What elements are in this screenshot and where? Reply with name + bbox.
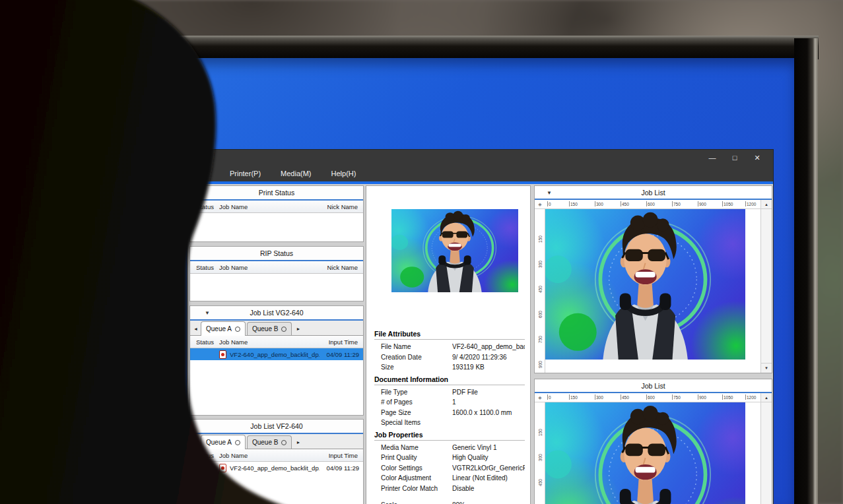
document-information-title: Document Information: [374, 375, 525, 385]
ruler-tick: 300: [596, 395, 603, 400]
detail-value: VF2-640_app_demo_backli...: [452, 343, 525, 350]
scroll-up-icon[interactable]: ▲: [760, 393, 772, 402]
detail-value: 1600.0 x 1100.0 mm: [452, 409, 525, 416]
monitor-screen: — □ ✕ Printer(P) Media(M) Help(H) Print …: [0, 58, 795, 504]
tab-prev-icon[interactable]: ◄: [191, 322, 201, 335]
right-panel: ▼ Job List ◈ 0 150 300 450 600 750: [534, 185, 772, 504]
ruler-tick: 150: [538, 428, 543, 437]
job-list-vg2-section: ▼ Job List VG2-640 ◄ Queue A Queue B: [189, 305, 364, 416]
scroll-down-icon[interactable]: ▼: [761, 363, 772, 373]
job-list-preview-1: ▼ Job List ◈ 0 150 300 450 600 750: [534, 185, 772, 373]
tab-next-icon[interactable]: ►: [293, 322, 303, 335]
detail-label: Creation Date: [374, 354, 452, 361]
close-button[interactable]: ✕: [751, 151, 764, 164]
detail-label: File Type: [374, 389, 452, 396]
tab-queue-b-label: Queue B: [252, 439, 278, 446]
detail-label: Color Settings: [374, 464, 452, 472]
queue-status-icon[interactable]: [235, 327, 240, 332]
monitor-bezel-top: [0, 36, 819, 59]
rip-status-list[interactable]: [190, 274, 363, 301]
ruler-tick: 450: [538, 478, 543, 488]
detail-value: Linear (Not Edited): [452, 474, 525, 482]
tab-queue-a[interactable]: Queue A: [201, 321, 246, 336]
rip-status-columns: Status Job Name Nick Name: [190, 261, 363, 274]
job-list-vg2-list[interactable]: VF2-640_app_demo_backlit_dp... 04/09 11:…: [190, 348, 363, 415]
window-content: Print Status Status Job Name Nick Name R…: [187, 184, 773, 504]
pdf-icon: [219, 350, 226, 359]
print-status-columns: Status Job Name Nick Name: [190, 201, 363, 213]
detail-label: Printer Color Match: [374, 485, 452, 492]
column-status: Status: [190, 452, 219, 459]
detail-value: Generic Vinyl 1: [452, 444, 525, 451]
collapse-icon[interactable]: ▼: [205, 310, 210, 316]
tab-prev-icon[interactable]: ◄: [191, 435, 201, 449]
vertical-scrollbar[interactable]: ▼: [760, 402, 772, 504]
rip-software-window: — □ ✕ Printer(P) Media(M) Help(H) Print …: [187, 149, 774, 504]
preview-2-body: 150 300 450 600 750 900 ▼: [535, 402, 772, 504]
job-list-vf2-columns: Status Job Name Input Time: [190, 449, 363, 462]
ruler-tick: 900: [538, 360, 543, 369]
print-preview-canvas[interactable]: [545, 402, 760, 504]
detail-label: Media Name: [374, 444, 452, 451]
job-input-time: 04/09 11:29: [320, 351, 363, 358]
job-list-vg2-title: Job List VG2-640: [250, 309, 303, 317]
ruler-tick: 300: [538, 453, 543, 462]
tab-queue-a-label: Queue A: [206, 439, 232, 446]
ruler-row: ◈ 0 150 300 450 600 750 900 1050 1200: [535, 200, 772, 209]
queue-status-icon[interactable]: [281, 440, 287, 445]
tab-queue-a-label: Queue A: [206, 325, 232, 332]
horizontal-ruler: 0 150 300 450 600 750 900 1050 1200: [545, 393, 760, 402]
column-status: Status: [190, 338, 219, 346]
job-details-panel: File Attributes File NameVF2-640_app_dem…: [366, 185, 531, 504]
tab-queue-b-label: Queue B: [252, 325, 278, 332]
spacer: [374, 493, 525, 500]
ruler-tick: 0: [549, 202, 551, 206]
menu-printer[interactable]: Printer(P): [230, 170, 261, 177]
column-nick-name: Nick Name: [316, 264, 363, 271]
job-list-vf2-title: Job List VF2-640: [250, 422, 302, 430]
detail-value: 1: [452, 398, 525, 406]
ruler-tick: 150: [570, 395, 578, 400]
column-job-name: Job Name: [219, 452, 316, 459]
ruler-origin-icon: ◈: [535, 200, 545, 208]
job-row[interactable]: VF2-640_app_demo_backlit_dp... 04/09 11:…: [190, 462, 363, 474]
queue-tabs: ◄ Queue A Queue B ►: [190, 321, 363, 336]
job-list-vf2-header: Job List VF2-640: [190, 420, 363, 434]
detail-value: Disable: [452, 485, 525, 492]
print-status-title: Print Status: [259, 189, 294, 197]
ruler-tick: 750: [673, 395, 681, 400]
ruler-tick: 450: [622, 395, 629, 400]
job-list-vf2-list[interactable]: VF2-640_app_demo_backlit_dp... 04/09 11:…: [190, 462, 363, 504]
maximize-button[interactable]: □: [728, 151, 741, 164]
detail-label: File Name: [374, 343, 452, 350]
ruler-tick: 900: [699, 202, 706, 206]
queue-status-icon[interactable]: [235, 440, 240, 445]
column-job-name: Job Name: [219, 264, 316, 271]
left-panel: Print Status Status Job Name Nick Name R…: [189, 185, 364, 504]
tab-queue-b[interactable]: Queue B: [247, 435, 292, 449]
job-name: VF2-640_app_demo_backlit_dp...: [230, 464, 320, 472]
tab-queue-a[interactable]: Queue A: [201, 435, 246, 449]
collapse-icon[interactable]: ▼: [547, 190, 552, 196]
ruler-tick: 750: [538, 335, 543, 344]
menubar: Printer(P) Media(M) Help(H): [187, 166, 773, 181]
ruler-tick: 150: [570, 202, 578, 206]
job-row-selected[interactable]: VF2-640_app_demo_backlit_dp... 04/09 11:…: [190, 348, 363, 360]
tab-next-icon[interactable]: ►: [293, 435, 303, 449]
print-preview-canvas[interactable]: [545, 209, 760, 373]
minimize-button[interactable]: —: [706, 151, 719, 164]
rip-status-title: RIP Status: [260, 249, 293, 257]
titlebar: — □ ✕: [187, 150, 773, 166]
column-input-time: Input Time: [316, 452, 363, 459]
vertical-scrollbar[interactable]: ▼: [760, 209, 772, 373]
print-status-list[interactable]: [190, 213, 363, 241]
menu-media[interactable]: Media(M): [281, 170, 311, 177]
detail-label: # of Pages: [374, 398, 452, 406]
menu-help[interactable]: Help(H): [331, 170, 356, 177]
column-job-name: Job Name: [219, 203, 316, 210]
scroll-up-icon[interactable]: ▲: [760, 200, 772, 208]
ruler-tick: 150: [538, 235, 543, 244]
queue-status-icon[interactable]: [281, 327, 287, 332]
tab-queue-b[interactable]: Queue B: [247, 322, 292, 335]
preview-2-header: Job List: [535, 379, 772, 393]
